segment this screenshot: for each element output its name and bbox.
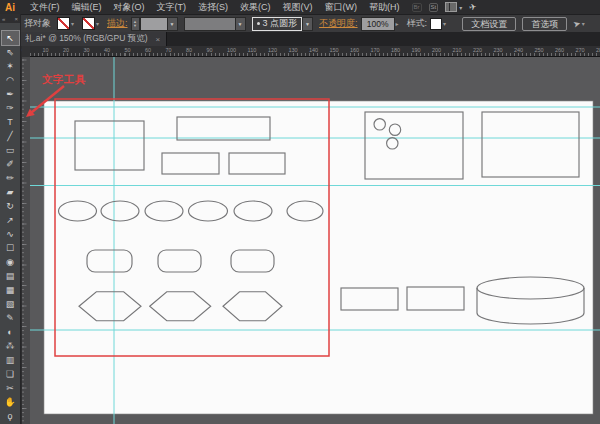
rectangle-tool[interactable]: ▭ <box>2 143 19 157</box>
selection-status: 择对象 <box>24 17 51 30</box>
direct-selection-tool[interactable]: ⇖ <box>2 45 19 59</box>
magic-wand-tool[interactable]: ✶ <box>2 59 19 73</box>
perspective-grid-tool[interactable]: ▤ <box>2 269 19 283</box>
artboard[interactable] <box>44 101 593 414</box>
width-profile-dropdown[interactable]: ▼ <box>236 17 246 31</box>
menu-item-6[interactable]: 视图(V) <box>277 0 319 14</box>
document-setup-button[interactable]: 文档设置 <box>462 17 516 31</box>
artboard-tool[interactable]: ❏ <box>2 367 19 381</box>
pen-tool[interactable]: ✒ <box>2 87 19 101</box>
bridge-icon[interactable]: Br <box>412 3 422 12</box>
ruler-tick-label: 40 <box>104 47 110 53</box>
chevron-down-icon[interactable]: ▾ <box>96 20 99 27</box>
opacity-input[interactable]: 100% <box>361 17 395 31</box>
menu-item-0[interactable]: 文件(F) <box>24 0 66 14</box>
opacity-panel-link[interactable]: 不透明度: <box>319 17 358 30</box>
ruler-tick-label: 180 <box>391 47 400 53</box>
shape-builder-tool[interactable]: ◉ <box>2 255 19 269</box>
zoom-tool[interactable]: ϙ <box>2 409 19 423</box>
line-segment-tool[interactable]: ╱ <box>2 129 19 143</box>
width-profile-field[interactable] <box>184 17 236 31</box>
fill-none-swatch[interactable] <box>57 17 70 30</box>
ruler-tick-label: 170 <box>371 47 380 53</box>
width-tool[interactable]: ∿ <box>2 227 19 241</box>
ruler-tick-label: 200 <box>432 47 441 53</box>
canvas-viewport[interactable]: 文字工具 <box>22 57 600 424</box>
stroke-panel-link[interactable]: 描边: <box>107 17 128 30</box>
menu-right-icons: Br St ▾ ✈ <box>412 2 477 12</box>
menu-items: 文件(F)编辑(E)对象(O)文字(T)选择(S)效果(C)视图(V)窗口(W)… <box>24 0 406 14</box>
menu-item-5[interactable]: 效果(C) <box>234 0 277 14</box>
workspace-switcher[interactable]: ▾ <box>445 2 462 12</box>
stroke-weight-dropdown[interactable]: ▼ <box>168 17 178 31</box>
canvas-svg: 文字工具 <box>22 57 600 424</box>
stroke-weight-field[interactable] <box>140 17 168 31</box>
share-icon[interactable]: ✈ <box>468 1 477 12</box>
menu-item-2[interactable]: 对象(O) <box>108 0 151 14</box>
column-graph-tool[interactable]: ▥ <box>2 353 19 367</box>
free-transform-tool[interactable]: ☐ <box>2 241 19 255</box>
ruler-tick-label: 20 <box>63 47 69 53</box>
slice-tool[interactable]: ✂ <box>2 381 19 395</box>
chevron-down-icon[interactable]: ▾ <box>582 20 585 27</box>
preferences-button[interactable]: 首选项 <box>522 17 567 31</box>
eraser-tool[interactable]: ▰ <box>2 185 19 199</box>
symbol-sprayer-tool[interactable]: ⁂ <box>2 339 19 353</box>
ruler-tick-label: 100 <box>227 47 236 53</box>
menu-bar: Ai 文件(F)编辑(E)对象(O)文字(T)选择(S)效果(C)视图(V)窗口… <box>0 0 600 14</box>
ruler-corner <box>22 46 30 57</box>
ruler-tick-label: 220 <box>473 47 482 53</box>
ruler-tick-label: 30 <box>84 47 90 53</box>
opacity-spinner-icon[interactable]: ▸ <box>396 20 399 27</box>
ruler-tick-label: 70 <box>166 47 172 53</box>
tools-panel-header: « × <box>0 14 20 23</box>
document-tab[interactable]: 礼.ai* @ 150% (RGB/GPU 预览) × <box>21 32 167 46</box>
mesh-tool[interactable]: ▦ <box>2 283 19 297</box>
blend-tool[interactable]: ◐ <box>2 325 19 339</box>
document-tab-row: 礼.ai* @ 150% (RGB/GPU 预览) × <box>21 32 600 46</box>
pointer-options-icon[interactable]: ➤ <box>572 18 582 30</box>
curvature-tool[interactable]: ✑ <box>2 101 19 115</box>
close-panel-icon[interactable]: × <box>14 15 18 23</box>
ruler-tick-label: 90 <box>207 47 213 53</box>
stroke-none-swatch[interactable] <box>82 17 95 30</box>
brush-dropdown[interactable]: ▼ <box>302 17 313 31</box>
menu-item-3[interactable]: 文字(T) <box>151 0 193 14</box>
chevron-down-icon[interactable]: ▾ <box>71 20 74 27</box>
ruler-tick-label: 190 <box>412 47 421 53</box>
collapse-panel-icon[interactable]: « <box>2 15 5 23</box>
scale-tool[interactable]: ↗ <box>2 213 19 227</box>
lasso-tool[interactable]: ◠ <box>2 73 19 87</box>
pencil-tool[interactable]: ✏ <box>2 171 19 185</box>
selection-tool[interactable]: ↖ <box>2 31 19 45</box>
menu-item-8[interactable]: 帮助(H) <box>363 0 406 14</box>
ruler-tick-label: 160 <box>350 47 359 53</box>
hand-tool[interactable]: ✋ <box>2 395 19 409</box>
ruler-tick-label: 120 <box>268 47 277 53</box>
rotate-tool[interactable]: ↻ <box>2 199 19 213</box>
ruler-tick-label: 230 <box>494 47 503 53</box>
close-icon[interactable]: × <box>155 35 160 44</box>
ruler-tick-label: 140 <box>309 47 318 53</box>
type-tool[interactable]: T <box>2 115 19 129</box>
tool-list: ↖⇖✶◠✒✑T╱▭✐✏▰↻↗∿☐◉▤▦▧✎◐⁂▥❏✂✋ϙ <box>0 31 20 423</box>
eyedropper-tool[interactable]: ✎ <box>2 311 19 325</box>
menu-item-7[interactable]: 窗口(W) <box>319 0 364 14</box>
stroke-weight-stepper[interactable]: ▲▼ <box>131 17 140 31</box>
tools-panel: « × ↖⇖✶◠✒✑T╱▭✐✏▰↻↗∿☐◉▤▦▧✎◐⁂▥❏✂✋ϙ <box>0 14 21 424</box>
horizontal-ruler[interactable]: 0102030405060708090100110120130140150160… <box>22 46 600 57</box>
chevron-down-icon[interactable]: ▾ <box>443 20 446 27</box>
menu-item-1[interactable]: 编辑(E) <box>66 0 108 14</box>
ruler-tick-label: 130 <box>289 47 298 53</box>
ruler-tick-label: 280 <box>596 47 600 53</box>
ruler-tick-label: 10 <box>43 47 49 53</box>
paintbrush-tool[interactable]: ✐ <box>2 157 19 171</box>
document-tab-title: 礼.ai* @ 150% (RGB/GPU 预览) <box>25 33 147 45</box>
gradient-tool[interactable]: ▧ <box>2 297 19 311</box>
annotation-label: 文字工具 <box>42 73 86 85</box>
brush-definition-box[interactable]: 3 点圆形 <box>252 17 303 31</box>
ruler-tick-label: 150 <box>330 47 339 53</box>
stock-icon[interactable]: St <box>429 3 439 12</box>
menu-item-4[interactable]: 选择(S) <box>192 0 234 14</box>
style-swatch[interactable] <box>430 18 442 30</box>
